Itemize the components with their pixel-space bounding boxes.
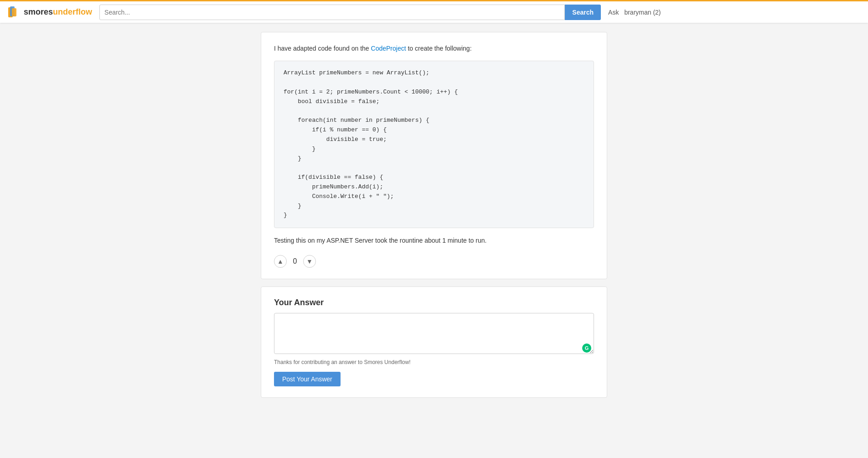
vote-controls: ▲ 0 ▼: [274, 255, 594, 268]
search-input[interactable]: [99, 5, 565, 20]
downvote-icon: ▼: [306, 258, 313, 265]
logo-icon: [7, 5, 21, 19]
upvote-button[interactable]: ▲: [274, 255, 287, 268]
your-answer-title: Your Answer: [274, 298, 594, 307]
footer-text: Testing this on my ASP.NET Server took t…: [274, 235, 594, 245]
intro-paragraph: I have adapted code found on the CodePro…: [274, 43, 594, 53]
svg-rect-2: [12, 8, 16, 16]
upvote-icon: ▲: [277, 258, 284, 265]
textarea-wrapper: G: [274, 313, 594, 355]
thanks-text: Thanks for contributing an answer to Smo…: [274, 359, 594, 365]
search-bar: Search: [99, 5, 601, 20]
search-button[interactable]: Search: [565, 5, 601, 20]
post-answer-button[interactable]: Post Your Answer: [274, 372, 341, 386]
main-column: I have adapted code found on the CodePro…: [261, 32, 607, 398]
ask-link[interactable]: Ask: [608, 9, 619, 16]
grammarly-icon: G: [582, 344, 591, 353]
logo-underflow-text: underflow: [53, 7, 92, 17]
navbar: smoresunderflow Search Ask braryman (2): [0, 0, 868, 23]
intro-text2: to create the following:: [406, 45, 472, 52]
code-block: ArrayList primeNumbers = new ArrayList()…: [274, 61, 594, 228]
logo-link[interactable]: smoresunderflow: [7, 5, 92, 19]
your-answer-card: Your Answer G Thanks for contributing an…: [261, 286, 607, 398]
page-content: I have adapted code found on the CodePro…: [0, 23, 868, 407]
logo-smores-text: smores: [24, 7, 53, 17]
codeproject-link[interactable]: CodeProject: [371, 45, 406, 52]
question-card: I have adapted code found on the CodePro…: [261, 32, 607, 279]
intro-text: I have adapted code found on the: [274, 45, 371, 52]
vote-count: 0: [290, 257, 300, 265]
navbar-right: Ask braryman (2): [608, 9, 661, 16]
answer-textarea[interactable]: [274, 313, 594, 354]
downvote-button[interactable]: ▼: [303, 255, 316, 268]
code-content: ArrayList primeNumbers = new ArrayList()…: [284, 68, 584, 220]
user-menu[interactable]: braryman (2): [624, 9, 661, 16]
